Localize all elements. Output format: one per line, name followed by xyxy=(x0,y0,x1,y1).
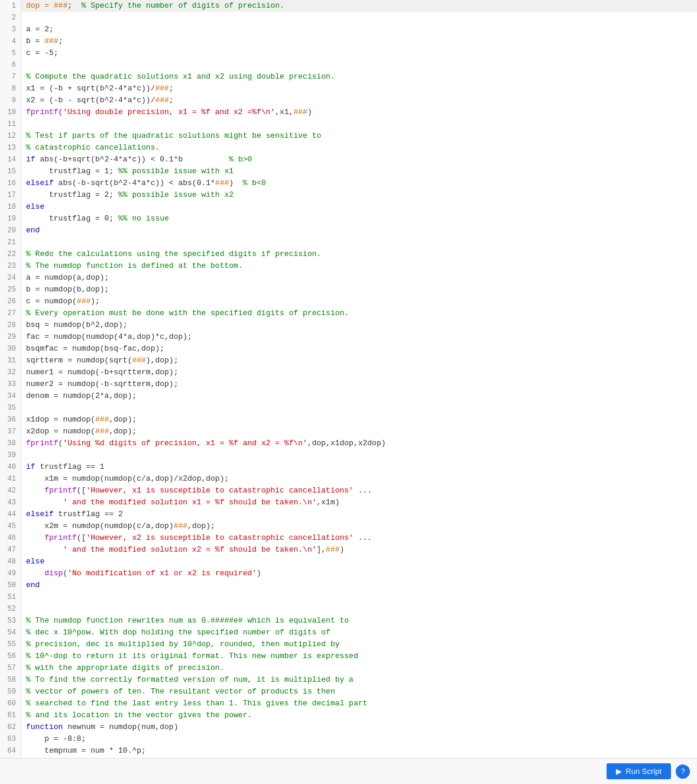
code-line: 36x1dop = numdop(###,dop); xyxy=(0,414,697,426)
code-token: disp xyxy=(44,569,63,578)
code-token: fac = numdop(numdop(4*a,dop)*c,dop); xyxy=(26,332,192,341)
code-line: 38fprintf('Using %d digits of precision,… xyxy=(0,438,697,449)
code-token: function xyxy=(26,723,63,731)
code-token: ; xyxy=(169,96,174,105)
line-content: trustflag = 1; %% possible issue with x1 xyxy=(21,166,697,177)
code-line: 58% To find the correctly formatted vers… xyxy=(0,674,697,686)
line-content: end xyxy=(21,225,697,237)
code-token: ; xyxy=(169,84,174,93)
line-content: x2m = numdop(numdop(c/a,dop)###,dop); xyxy=(21,520,697,532)
code-line: 51 xyxy=(0,591,697,603)
code-token: trustflag == 1 xyxy=(35,462,105,471)
code-token: ,x1m) xyxy=(317,498,340,507)
code-token: ### xyxy=(155,96,168,105)
code-token: elseif xyxy=(26,510,54,519)
code-line: 3a = 2; xyxy=(0,24,697,35)
code-token: ### xyxy=(77,297,90,306)
line-number: 22 xyxy=(0,248,21,260)
code-token xyxy=(26,486,44,495)
code-token: ' and the modified solution x2 = %f shou… xyxy=(63,545,316,554)
code-token: ,dop); xyxy=(109,427,137,436)
code-token: % Specify the number of digits of precis… xyxy=(82,1,284,10)
code-line: 23% The numdop function is defined at th… xyxy=(0,260,697,272)
code-token: ... xyxy=(354,486,372,495)
line-number: 14 xyxy=(0,154,21,166)
line-content: trustflag = 0; %% no issue xyxy=(21,213,697,225)
code-token xyxy=(26,545,63,554)
code-token: sqrtterm = numdop(sqrt( xyxy=(26,356,132,365)
line-number: 52 xyxy=(0,603,21,615)
code-token: ### xyxy=(215,179,229,187)
run-script-button[interactable]: ▶ Run Script xyxy=(607,763,671,779)
code-token: abs(-b-sqrt(b^2-4*a*c)) < abs(0.1* xyxy=(54,179,215,187)
code-token xyxy=(26,498,63,507)
line-content: sqrtterm = numdop(sqrt(###),dop); xyxy=(21,355,697,367)
code-token: %% possible issue with x2 xyxy=(118,190,234,199)
code-line: 16elseif abs(-b-sqrt(b^2-4*a*c)) < abs(0… xyxy=(0,177,697,189)
code-token: fprintf xyxy=(26,439,59,448)
code-token: % with the appropriate digits of precisi… xyxy=(26,663,224,672)
code-token: x1m = numdop(numdop(c/a,dop)/x2dop,dop); xyxy=(26,474,229,483)
line-number: 58 xyxy=(0,674,21,686)
code-token: % Compute the quadratic solutions x1 and… xyxy=(26,72,335,81)
help-button[interactable]: ? xyxy=(676,764,690,779)
line-content: c = -5; xyxy=(21,47,697,59)
line-number: 25 xyxy=(0,284,21,296)
line-content: % with the appropriate digits of precisi… xyxy=(21,662,697,674)
line-content: dop = ###; % Specify the number of digit… xyxy=(21,0,697,12)
code-token: b = numdop(b,dop); xyxy=(26,285,109,294)
code-line: 64 tempnum = num * 10.^p; xyxy=(0,745,697,757)
code-token: % and its location in the vector gives t… xyxy=(26,711,252,720)
line-content: % Every operation must be done with the … xyxy=(21,307,697,319)
line-content: c = numdop(###); xyxy=(21,296,697,307)
code-line: 18else xyxy=(0,201,697,213)
line-number: 56 xyxy=(0,650,21,662)
code-token: % The numdop function is defined at the … xyxy=(26,261,243,270)
code-token: % catastrophic cancellations. xyxy=(26,143,160,152)
line-content xyxy=(21,603,697,615)
code-token: ) xyxy=(307,108,312,116)
code-token: c = numdop( xyxy=(26,297,77,306)
code-token: ... xyxy=(354,533,372,542)
line-content xyxy=(21,591,697,603)
line-content: bsq = numdop(b^2,dop); xyxy=(21,319,697,331)
line-number: 15 xyxy=(0,166,21,177)
line-number: 49 xyxy=(0,568,21,579)
code-line: 17 trustflag = 2; %% possible issue with… xyxy=(0,189,697,201)
code-token: ; xyxy=(59,37,63,46)
code-token: % Redo the calculations using the specif… xyxy=(26,250,321,258)
line-number: 53 xyxy=(0,615,21,627)
line-number: 23 xyxy=(0,260,21,272)
code-line: 28bsq = numdop(b^2,dop); xyxy=(0,319,697,331)
line-number: 16 xyxy=(0,177,21,189)
code-token: 'However, x1 is susceptible to catastrop… xyxy=(86,486,353,495)
code-token: ) xyxy=(229,179,242,187)
code-token: % The numdop function rewrites num as 0.… xyxy=(26,616,349,625)
code-token: ### xyxy=(294,108,307,116)
code-token: a = 2; xyxy=(26,25,54,34)
code-line: 57% with the appropriate digits of preci… xyxy=(0,662,697,674)
line-number: 28 xyxy=(0,319,21,331)
code-token: ### xyxy=(326,545,339,554)
code-token: trustflag = 0; xyxy=(26,214,118,223)
line-number: 32 xyxy=(0,367,21,378)
code-token: ); xyxy=(90,297,100,306)
code-line: 1dop = ###; % Specify the number of digi… xyxy=(0,0,697,12)
code-token: ,dop); xyxy=(187,521,215,530)
code-token: % b<0 xyxy=(243,179,266,187)
code-line: 5c = -5; xyxy=(0,47,697,59)
code-token: if xyxy=(26,462,35,471)
code-token: 'Using double precision, x1 = %f and x2 … xyxy=(63,108,275,116)
line-number: 50 xyxy=(0,579,21,591)
bottom-bar: ▶ Run Script ? xyxy=(0,758,697,784)
line-content xyxy=(21,449,697,461)
code-token: 'However, x2 is susceptible to catastrop… xyxy=(86,533,353,542)
code-line: 13% catastrophic cancellations. xyxy=(0,142,697,154)
line-number: 55 xyxy=(0,639,21,650)
line-number: 34 xyxy=(0,390,21,402)
line-content: tempnum = num * 10.^p; xyxy=(21,745,697,757)
line-number: 20 xyxy=(0,225,21,237)
code-token: end xyxy=(26,581,40,589)
code-line: 21 xyxy=(0,237,697,248)
code-line: 27% Every operation must be done with th… xyxy=(0,307,697,319)
